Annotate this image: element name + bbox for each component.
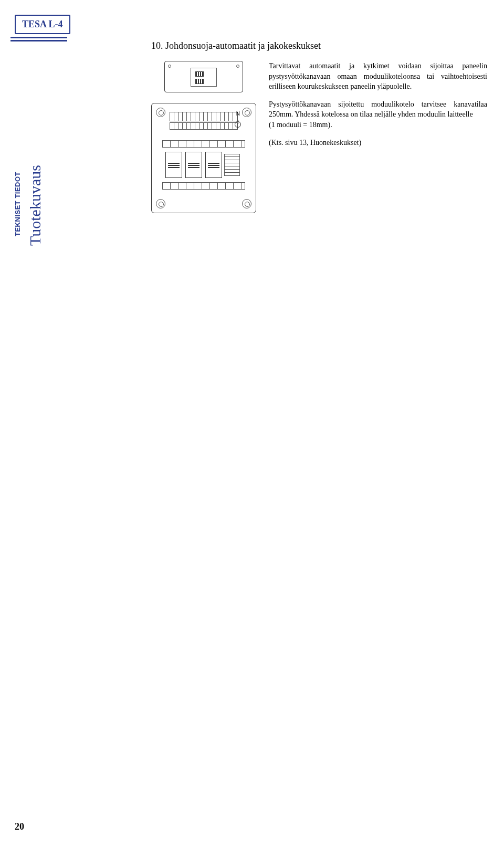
diagram-column: N	[151, 61, 256, 213]
page-number: 20	[15, 821, 24, 832]
body-text: Tarvittavat automaatit ja kytkimet voida…	[269, 61, 487, 155]
diagram-distribution-box: N	[151, 103, 256, 213]
section-title: 10. Johdonsuoja-automaatit ja jakokeskuk…	[151, 40, 487, 51]
sidebar-vertical: TEKNISET TIEDOT Tuotekuvaus	[10, 53, 63, 273]
breaker-module	[205, 152, 222, 178]
breaker-module	[165, 152, 182, 178]
paragraph-2: Pystysyöttökanavaan sijoitettu moduuliko…	[269, 99, 487, 130]
ground-icon	[235, 121, 241, 128]
paragraph-3: (Kts. sivu 13, Huonekeskukset)	[269, 138, 487, 148]
paragraph-1: Tarvittavat automaatit ja kytkimet voida…	[269, 61, 487, 92]
sidebar-small-label: TEKNISET TIEDOT	[14, 172, 22, 236]
main-column: 10. Johdonsuoja-automaatit ja jakokeskuk…	[151, 40, 487, 213]
breaker-module	[185, 152, 202, 178]
breaker-row	[165, 152, 222, 178]
header-rule	[10, 37, 67, 43]
diagram-small-module	[164, 61, 243, 92]
header-tab: TESA L-4	[15, 15, 70, 34]
sidebar-large-label: Tuotekuvaus	[26, 165, 44, 246]
n-label: N	[236, 111, 240, 117]
small-terminal	[224, 154, 240, 176]
